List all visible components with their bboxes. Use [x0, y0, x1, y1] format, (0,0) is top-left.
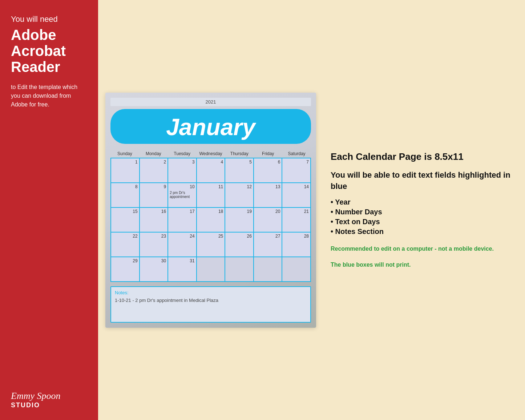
cell-number: 13 — [255, 184, 280, 189]
main-area: 2021 January Sunday Monday Tuesday Wedne… — [98, 0, 525, 420]
cell-text: 2 pm Dr's appointment — [170, 191, 195, 199]
calendar-cell[interactable]: 8 — [111, 183, 140, 208]
sidebar-brand: Emmy Spoon STUDIO — [11, 391, 87, 409]
calendar-cell[interactable]: 1 — [111, 158, 140, 183]
calendar-cell[interactable] — [254, 257, 283, 282]
day-header-sat: Saturday — [282, 150, 311, 157]
calendar-cell[interactable]: 16 — [140, 208, 169, 233]
cell-number: 3 — [170, 159, 195, 165]
calendar-cell[interactable] — [282, 257, 311, 282]
calendar-cell[interactable]: 22 — [111, 233, 140, 257]
cell-number: 20 — [255, 209, 280, 214]
calendar-cell[interactable]: 26 — [225, 233, 254, 257]
calendar-cell[interactable]: 23 — [140, 233, 169, 257]
day-header-sun: Sunday — [110, 150, 139, 157]
info-bullets: YearNumber DaysText on DaysNotes Section — [331, 198, 514, 237]
cell-number: 30 — [141, 258, 166, 263]
cell-number: 9 — [141, 184, 166, 189]
calendar-cell[interactable]: 21 — [282, 208, 311, 233]
cell-number: 25 — [198, 234, 223, 239]
calendar-cell[interactable]: 15 — [111, 208, 140, 233]
notes-label: Notes: — [115, 290, 307, 295]
calendar-cell[interactable]: 102 pm Dr's appointment — [168, 183, 197, 208]
info-recommend: Recommended to edit on a computer - not … — [331, 245, 514, 253]
info-blue-note: The blue boxes will not print. — [331, 261, 514, 269]
calendar-cell[interactable]: 6 — [254, 158, 283, 183]
cell-number: 28 — [284, 234, 309, 239]
day-header-wed: Wednesday — [197, 150, 225, 157]
calendar-cell[interactable]: 20 — [254, 208, 283, 233]
cell-number: 14 — [284, 184, 309, 189]
cell-number: 15 — [113, 209, 138, 214]
calendar-cell[interactable]: 11 — [197, 183, 226, 208]
sidebar-adobe-label: Adobe Acrobat Reader — [11, 27, 87, 75]
calendar-cell[interactable]: 25 — [197, 233, 226, 257]
calendar-cell[interactable]: 7 — [282, 158, 311, 183]
calendar-card: 2021 January Sunday Monday Tuesday Wedne… — [105, 93, 316, 328]
cell-number: 6 — [255, 159, 280, 165]
info-panel: Each Calendar Page is 8.5x11 You will be… — [316, 140, 525, 280]
day-header-fri: Friday — [254, 150, 282, 157]
calendar-cell[interactable]: 5 — [225, 158, 254, 183]
calendar-cell[interactable]: 9 — [140, 183, 169, 208]
calendar-cell[interactable]: 3 — [168, 158, 197, 183]
calendar-cell[interactable]: 29 — [111, 257, 140, 282]
calendar-cell[interactable]: 13 — [254, 183, 283, 208]
cell-number: 7 — [284, 159, 309, 165]
calendar-cell[interactable]: 12 — [225, 183, 254, 208]
info-bullet-item: Text on Days — [331, 218, 514, 226]
page-wrapper: You will need Adobe Acrobat Reader to Ed… — [0, 0, 525, 420]
calendar-days-header: Sunday Monday Tuesday Wednesday Thursday… — [110, 150, 311, 157]
cell-number: 26 — [227, 234, 252, 239]
cell-number: 5 — [227, 159, 252, 165]
info-bullet-item: Number Days — [331, 208, 514, 216]
calendar-year: 2021 — [110, 98, 311, 106]
calendar-month-banner: January — [110, 109, 311, 144]
day-header-mon: Monday — [139, 150, 168, 157]
notes-text: 1-10-21 - 2 pm Dr's appointment in Medic… — [115, 298, 307, 303]
calendar-cell[interactable]: 18 — [197, 208, 226, 233]
cell-number: 8 — [113, 184, 138, 189]
sidebar-brand-script: Emmy Spoon — [11, 391, 60, 401]
calendar-cell[interactable]: 28 — [282, 233, 311, 257]
cell-number: 1 — [113, 159, 138, 165]
cell-number: 10 — [170, 184, 195, 189]
info-bullet-item: Notes Section — [331, 227, 514, 236]
calendar-cell[interactable]: 2 — [140, 158, 169, 183]
cell-number: 16 — [141, 209, 166, 214]
cell-number: 12 — [227, 184, 252, 189]
calendar-cell[interactable]: 17 — [168, 208, 197, 233]
cell-number: 27 — [255, 234, 280, 239]
calendar-month-name: January — [110, 116, 311, 139]
calendar-grid: 123456789102 pm Dr's appointment11121314… — [110, 158, 311, 282]
cell-number: 17 — [170, 209, 195, 214]
calendar-inner: 2021 January Sunday Monday Tuesday Wedne… — [105, 93, 316, 328]
info-bullet-item: Year — [331, 198, 514, 206]
info-subheading: You will be able to edit text fields hig… — [331, 170, 514, 192]
cell-number: 19 — [227, 209, 252, 214]
cell-number: 24 — [170, 234, 195, 239]
sidebar-brand-studio: STUDIO — [11, 401, 40, 409]
sidebar: You will need Adobe Acrobat Reader to Ed… — [0, 0, 98, 420]
calendar-cell[interactable] — [225, 257, 254, 282]
calendar-notes[interactable]: Notes: 1-10-21 - 2 pm Dr's appointment i… — [110, 286, 311, 323]
sidebar-you-will-need: You will need — [11, 15, 87, 24]
calendar-cell[interactable]: 4 — [197, 158, 226, 183]
cell-number: 4 — [198, 159, 223, 165]
info-heading: Each Calendar Page is 8.5x11 — [331, 151, 514, 163]
cell-number: 22 — [113, 234, 138, 239]
day-header-thu: Thursday — [225, 150, 254, 157]
calendar-cell[interactable]: 14 — [282, 183, 311, 208]
calendar-cell[interactable]: 31 — [168, 257, 197, 282]
day-header-tue: Tuesday — [168, 150, 197, 157]
cell-number: 21 — [284, 209, 309, 214]
calendar-cell[interactable] — [197, 257, 226, 282]
calendar-cell[interactable]: 19 — [225, 208, 254, 233]
calendar-cell[interactable]: 27 — [254, 233, 283, 257]
calendar-cell[interactable]: 24 — [168, 233, 197, 257]
cell-number: 2 — [141, 159, 166, 165]
cell-number: 18 — [198, 209, 223, 214]
calendar-cell[interactable]: 30 — [140, 257, 169, 282]
cell-number: 29 — [113, 258, 138, 263]
cell-number: 31 — [170, 258, 195, 263]
